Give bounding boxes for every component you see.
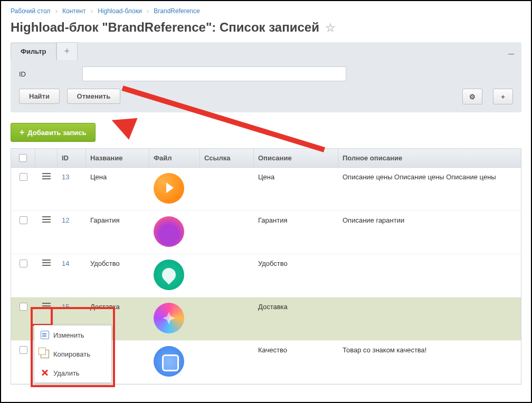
row-menu-icon[interactable] [42,216,51,223]
row-checkbox[interactable] [20,346,27,354]
row-full: Описание гарантии [338,211,521,254]
cancel-button[interactable]: Отменить [67,89,121,104]
row-menu-icon[interactable] [42,173,51,179]
row-link [200,298,254,340]
select-all-checkbox[interactable] [19,154,27,162]
row-id-link[interactable]: 12 [62,216,69,224]
col-header-link[interactable]: Ссылка [200,149,254,167]
breadcrumb-link[interactable]: Highload-блоки [98,7,141,15]
file-thumbnail[interactable] [154,303,184,333]
chevron-right-icon: › [55,7,58,15]
col-header-name[interactable]: Название [86,149,149,167]
row-link [200,211,254,254]
row-full [338,254,521,297]
page-title: Highload-блок "BrandReference": Список з… [11,20,521,35]
row-context-menu: Изменить Копировать Удалить [34,325,112,383]
row-link [200,341,254,383]
add-filter-tab[interactable]: + [56,42,78,60]
filter-tab[interactable]: Фильтр [11,43,56,60]
chevron-right-icon: › [91,7,93,15]
edit-icon [41,331,49,339]
row-desc: Гарантия [254,211,338,254]
row-name: Цена [86,168,149,210]
copy-icon [41,350,49,358]
row-link [200,254,254,297]
table-row[interactable]: 13ЦенаЦенаОписание цены Описание цены Оп… [11,168,521,211]
add-record-button[interactable]: + Добавить запись [11,123,96,142]
col-header-desc[interactable]: Описание [254,149,338,167]
chevron-right-icon: › [147,7,149,15]
row-checkbox[interactable] [20,216,27,224]
row-full: Описание цены Описание цены Описание цен… [338,168,521,210]
breadcrumb-link[interactable]: Контент [62,7,86,15]
breadcrumb: Рабочий стол › Контент › Highload-блоки … [11,7,521,15]
col-header-id[interactable]: ID [58,149,86,167]
col-header-file[interactable]: Файл [149,149,200,167]
table-row[interactable]: 12ГарантияГарантияОписание гарантии [11,211,521,254]
row-full [338,298,521,340]
star-icon[interactable]: ☆ [325,21,336,34]
row-id-link[interactable]: 13 [62,173,69,181]
col-header-full[interactable]: Полное описание [338,149,521,167]
row-checkbox[interactable] [20,260,27,267]
row-name: Удобство [86,254,149,297]
row-desc: Качество [254,341,338,383]
breadcrumb-link[interactable]: BrandReference [154,7,200,15]
filter-add-button[interactable]: + [493,89,513,104]
annotation-highlight-small [31,307,53,326]
row-link [200,168,254,210]
plus-icon: + [501,93,505,101]
row-desc: Удобство [254,254,338,297]
file-thumbnail[interactable] [154,216,184,247]
table-header: ID Название Файл Ссылка Описание Полное … [11,148,521,168]
row-desc: Цена [254,168,338,210]
row-menu-icon[interactable] [42,260,51,266]
row-checkbox[interactable] [20,173,27,181]
plus-icon: + [20,128,24,137]
menu-item-edit[interactable]: Изменить [34,325,111,344]
row-id-link[interactable]: 14 [62,260,69,267]
row-name: Гарантия [86,211,149,254]
filter-id-label: ID [19,70,82,78]
breadcrumb-link[interactable]: Рабочий стол [11,7,50,15]
table-row[interactable]: 14УдобствоУдобство [11,254,521,298]
menu-item-delete[interactable]: Удалить [34,363,111,382]
delete-icon [41,369,49,377]
file-thumbnail[interactable] [154,173,184,204]
find-button[interactable]: Найти [19,89,60,104]
filter-settings-button[interactable]: ⚙ [462,89,482,104]
row-full: Товар со знаком качества! [338,341,521,383]
row-desc: Доставка [254,298,338,340]
row-checkbox[interactable] [20,303,27,311]
filter-id-input[interactable] [82,66,346,81]
gear-icon: ⚙ [469,93,476,101]
collapse-icon[interactable]: – [508,47,514,60]
file-thumbnail[interactable] [154,346,184,377]
filter-panel: Фильтр + – ID Найти Отменить ⚙ + [11,42,521,112]
file-thumbnail[interactable] [154,260,184,290]
menu-item-copy[interactable]: Копировать [34,344,111,363]
